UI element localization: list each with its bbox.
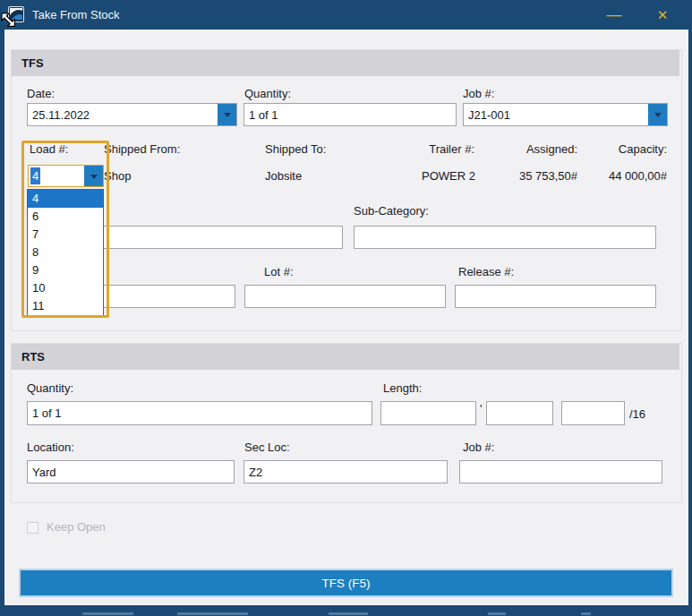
date-label: Date: <box>27 87 55 100</box>
rts-job-input[interactable] <box>459 460 662 483</box>
capacity-value: 44 000,00# <box>609 169 667 183</box>
length-label: Length: <box>383 381 422 395</box>
load-selected-value: 4 <box>30 167 40 184</box>
titlebar: Take From Stock — ✕ <box>0 0 692 30</box>
tfs-submit-button[interactable]: TFS (F5) <box>19 569 673 597</box>
release-input[interactable] <box>455 285 656 308</box>
length-inches-input[interactable] <box>486 401 553 425</box>
rts-job-label: Job #: <box>463 441 494 454</box>
load-option[interactable]: 7 <box>28 226 103 244</box>
load-option[interactable]: 6 <box>28 208 103 226</box>
close-button[interactable]: ✕ <box>643 0 682 30</box>
job-combobox[interactable] <box>463 103 668 126</box>
job-input[interactable] <box>464 104 647 125</box>
rts-quantity-input[interactable] <box>27 401 372 425</box>
lot-label: Lot #: <box>264 265 294 278</box>
length-fraction-input[interactable] <box>561 401 625 425</box>
keep-open-checkbox[interactable] <box>27 522 38 534</box>
window-title: Take From Stock <box>32 0 120 30</box>
shipped-from-label: Shipped From: <box>104 142 180 156</box>
assigned-value: 35 753,50# <box>519 169 577 183</box>
chevron-down-icon <box>654 113 662 117</box>
shipped-to-label: Shipped To: <box>265 142 326 156</box>
take-from-stock-dialog: Take From Stock — ✕ TFS Date: Quantity: … <box>0 0 692 616</box>
capacity-label: Capacity: <box>619 142 667 156</box>
location-label: Location: <box>27 441 74 454</box>
sec-loc-input[interactable] <box>243 460 448 483</box>
shipped-to-value: Jobsite <box>265 169 302 183</box>
sub-category-label: Sub-Category: <box>354 204 429 218</box>
feet-mark: ' <box>480 402 482 415</box>
job-label: Job #: <box>463 87 494 100</box>
minimize-button[interactable]: — <box>594 0 634 30</box>
trailer-label: Trailer #: <box>429 142 474 156</box>
tfs-group-header: TFS <box>12 50 679 76</box>
sec-loc-label: Sec Loc: <box>244 441 290 454</box>
location-input[interactable] <box>27 460 235 483</box>
load-droplist: 4 6 7 8 9 10 11 <box>27 189 104 316</box>
shipped-from-value: Shop <box>104 169 131 183</box>
bottom-strip <box>0 605 692 616</box>
job-dropdown-button[interactable] <box>648 104 667 125</box>
release-label: Release #: <box>458 265 514 278</box>
fraction-denominator: /16 <box>629 407 645 421</box>
load-label: Load #: <box>30 142 68 156</box>
length-feet-input[interactable] <box>380 401 476 425</box>
chevron-down-icon <box>224 113 231 117</box>
rts-group-header: RTS <box>12 344 679 370</box>
load-option[interactable]: 10 <box>28 279 103 297</box>
lot-input[interactable] <box>244 285 446 308</box>
load-option[interactable]: 8 <box>28 244 103 261</box>
keep-open-label: Keep Open <box>47 520 106 534</box>
load-combobox[interactable]: 4 <box>28 165 104 187</box>
app-icon <box>8 6 24 22</box>
date-input[interactable] <box>28 104 217 125</box>
load-option[interactable]: 9 <box>28 261 103 279</box>
quantity-label: Quantity: <box>244 87 291 100</box>
sub-category-input[interactable] <box>354 226 656 249</box>
quantity-input[interactable] <box>243 103 457 126</box>
date-dropdown-button[interactable] <box>218 104 236 125</box>
trailer-value: POWER 2 <box>422 169 475 183</box>
rts-quantity-label: Quantity: <box>27 381 73 395</box>
load-option[interactable]: 11 <box>28 297 103 315</box>
load-dropdown-button[interactable] <box>84 166 103 186</box>
date-combobox[interactable] <box>27 103 237 126</box>
assigned-label: Assigned: <box>526 142 577 156</box>
load-option[interactable]: 4 <box>28 190 103 208</box>
chevron-down-icon <box>90 175 98 179</box>
